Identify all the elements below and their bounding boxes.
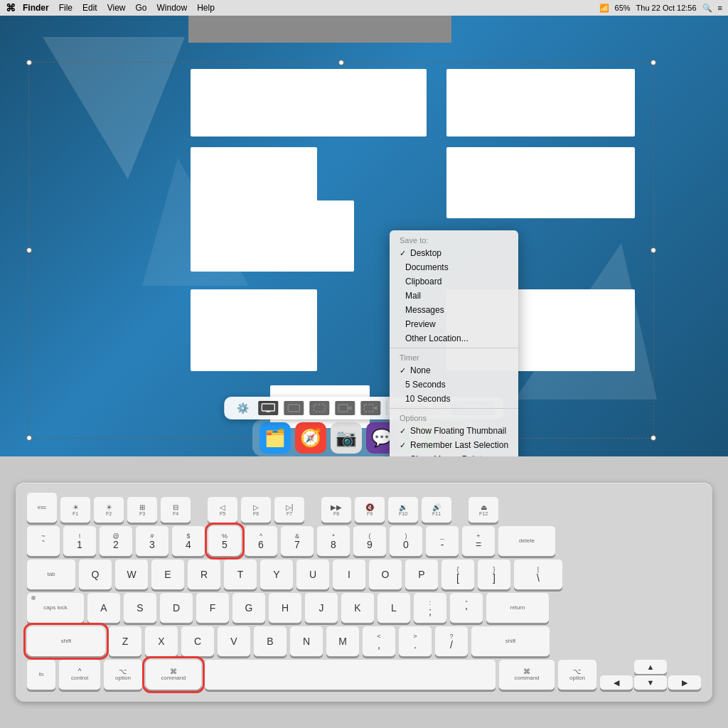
key-w[interactable]: W bbox=[115, 560, 148, 589]
toolbar-selection-icon[interactable] bbox=[309, 401, 329, 415]
key-k[interactable]: K bbox=[341, 593, 374, 623]
key-esc[interactable]: esc bbox=[27, 493, 57, 523]
key-2[interactable]: @2 bbox=[100, 526, 132, 556]
key-o[interactable]: O bbox=[369, 560, 402, 589]
key-e[interactable]: E bbox=[151, 560, 184, 589]
key-f6[interactable]: ▷F6 bbox=[241, 497, 271, 523]
key-capslock[interactable]: caps lock bbox=[27, 593, 84, 623]
menu-preview[interactable]: Preview bbox=[390, 317, 518, 331]
key-slash[interactable]: ?/ bbox=[435, 626, 468, 656]
key-backtick[interactable]: ~` bbox=[27, 526, 60, 556]
menu-timer-none[interactable]: None bbox=[390, 363, 518, 378]
apple-menu[interactable]: ⌘ bbox=[6, 2, 16, 14]
key-f9[interactable]: 🔇F9 bbox=[355, 497, 385, 523]
key-quote[interactable]: "' bbox=[450, 593, 483, 623]
key-command-left[interactable]: ⌘command bbox=[146, 660, 201, 690]
menu-timer-5[interactable]: 5 Seconds bbox=[390, 378, 518, 392]
key-3[interactable]: #3 bbox=[136, 526, 168, 556]
key-y[interactable]: Y bbox=[260, 560, 293, 589]
search-icon[interactable]: 🔍 bbox=[702, 4, 712, 13]
key-4[interactable]: $4 bbox=[172, 526, 205, 556]
menu-remember-selection[interactable]: Remember Last Selection bbox=[390, 438, 518, 452]
key-x[interactable]: X bbox=[145, 626, 178, 656]
key-minus[interactable]: _- bbox=[426, 526, 459, 556]
toolbar-window-icon[interactable] bbox=[284, 401, 304, 415]
key-8[interactable]: *8 bbox=[317, 526, 350, 556]
key-lbracket[interactable]: {[ bbox=[441, 560, 474, 589]
menu-other-location[interactable]: Other Location... bbox=[390, 331, 518, 346]
key-f10[interactable]: 🔉F10 bbox=[388, 497, 418, 523]
key-return[interactable]: return bbox=[486, 593, 549, 623]
key-0[interactable]: )0 bbox=[390, 526, 422, 556]
key-q[interactable]: Q bbox=[79, 560, 112, 589]
handle-bl[interactable] bbox=[26, 435, 32, 441]
key-tab[interactable]: tab bbox=[27, 560, 75, 589]
wifi-icon[interactable]: 📶 bbox=[599, 4, 609, 13]
menu-edit[interactable]: Edit bbox=[82, 3, 97, 13]
key-shift-left[interactable]: shift bbox=[27, 626, 105, 656]
key-f7[interactable]: ▷|F7 bbox=[274, 497, 304, 523]
key-f[interactable]: F bbox=[196, 593, 229, 623]
handle-br[interactable] bbox=[651, 435, 656, 441]
key-f11[interactable]: 🔊F11 bbox=[422, 497, 451, 523]
menu-mail[interactable]: Mail bbox=[390, 289, 518, 303]
context-menu[interactable]: Save to: Desktop Documents Clipboard Mai… bbox=[390, 230, 518, 456]
menu-desktop[interactable]: Desktop bbox=[390, 246, 518, 260]
key-b[interactable]: B bbox=[254, 626, 287, 656]
handle-tm[interactable] bbox=[338, 60, 344, 65]
menu-show-pointer[interactable]: Show Mouse Pointer bbox=[390, 452, 518, 456]
key-period[interactable]: >. bbox=[399, 626, 432, 656]
key-command-right[interactable]: ⌘command bbox=[499, 660, 555, 690]
key-n[interactable]: N bbox=[290, 626, 323, 656]
key-g[interactable]: G bbox=[232, 593, 265, 623]
key-shift-right[interactable]: shift bbox=[471, 626, 550, 656]
key-semicolon[interactable]: :; bbox=[414, 593, 446, 623]
key-p[interactable]: P bbox=[405, 560, 438, 589]
key-i[interactable]: I bbox=[333, 560, 365, 589]
key-s[interactable]: S bbox=[124, 593, 156, 623]
key-space[interactable] bbox=[205, 660, 496, 690]
key-rbracket[interactable]: }] bbox=[478, 560, 510, 589]
menu-view[interactable]: View bbox=[107, 3, 126, 13]
key-h[interactable]: H bbox=[269, 593, 301, 623]
key-9[interactable]: (9 bbox=[353, 526, 386, 556]
key-control[interactable]: ^control bbox=[59, 660, 100, 690]
key-f5[interactable]: ◁F5 bbox=[208, 497, 237, 523]
handle-ml[interactable] bbox=[26, 247, 32, 253]
key-m[interactable]: M bbox=[326, 626, 359, 656]
key-1[interactable]: !1 bbox=[63, 526, 96, 556]
key-c[interactable]: C bbox=[181, 626, 214, 656]
key-fn[interactable]: fn bbox=[27, 660, 55, 690]
toolbar-screen-icon[interactable] bbox=[258, 401, 278, 415]
key-option-right[interactable]: ⌥option bbox=[558, 660, 596, 690]
key-f8[interactable]: ▶▶F8 bbox=[321, 497, 351, 523]
key-f1[interactable]: ☀F1 bbox=[60, 497, 90, 523]
menu-documents[interactable]: Documents bbox=[390, 260, 518, 274]
key-f2[interactable]: ☀F2 bbox=[94, 497, 124, 523]
handle-mr[interactable] bbox=[651, 247, 656, 253]
handle-tl[interactable] bbox=[26, 60, 32, 65]
menu-clipboard[interactable]: Clipboard bbox=[390, 274, 518, 289]
dock-finder[interactable]: 🗂️ bbox=[259, 422, 291, 454]
key-arrow-left[interactable]: ◀ bbox=[600, 675, 633, 690]
handle-tr[interactable] bbox=[651, 60, 656, 65]
key-u[interactable]: U bbox=[296, 560, 329, 589]
key-arrow-down[interactable]: ▼ bbox=[634, 675, 667, 690]
key-f12[interactable]: ⏏F12 bbox=[469, 497, 498, 523]
toolbar-video-sel-icon[interactable] bbox=[360, 401, 380, 415]
menu-help[interactable]: Help bbox=[197, 3, 215, 13]
toolbar-video-icon[interactable] bbox=[335, 401, 355, 415]
menu-messages[interactable]: Messages bbox=[390, 303, 518, 317]
key-comma[interactable]: <, bbox=[363, 626, 395, 656]
key-z[interactable]: Z bbox=[109, 626, 141, 656]
dock-safari[interactable]: 🧭 bbox=[295, 422, 326, 454]
menu-timer-10[interactable]: 10 Seconds bbox=[390, 392, 518, 406]
key-delete[interactable]: delete bbox=[498, 526, 555, 556]
key-r[interactable]: R bbox=[188, 560, 220, 589]
selection-box[interactable] bbox=[28, 62, 654, 439]
control-center-icon[interactable]: ≡ bbox=[718, 4, 722, 12]
key-backslash[interactable]: |\ bbox=[514, 560, 562, 589]
menu-floating-thumbnail[interactable]: Show Floating Thumbnail bbox=[390, 424, 518, 438]
key-v[interactable]: V bbox=[218, 626, 250, 656]
menu-go[interactable]: Go bbox=[136, 3, 147, 13]
